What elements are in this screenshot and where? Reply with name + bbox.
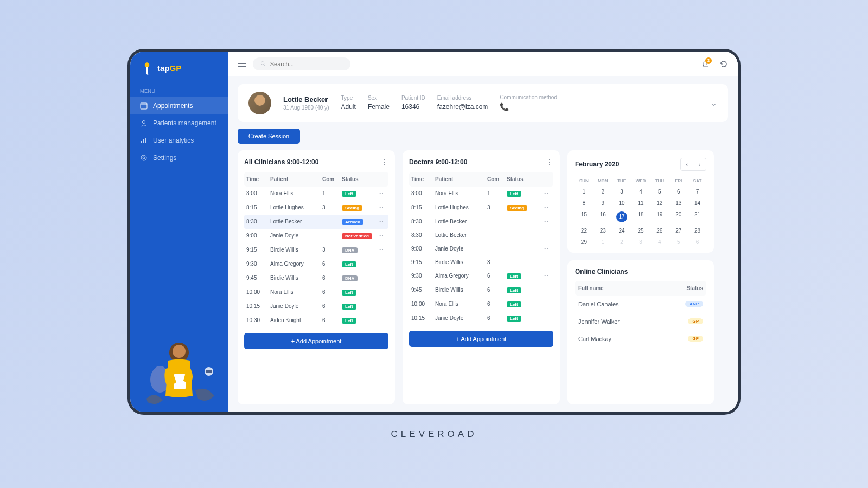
calendar-day[interactable]: 25 [632,226,650,236]
calendar-day[interactable]: 1 [575,187,593,197]
calendar-day[interactable]: 20 [669,209,687,224]
hamburger-icon[interactable] [238,61,246,67]
calendar-day[interactable]: 8 [575,198,593,208]
calendar-day[interactable]: 1 [594,237,612,247]
more-icon[interactable]: ⋮ [546,158,553,166]
calendar-day[interactable]: 26 [650,226,668,236]
calendar-day[interactable]: 17 [613,209,631,224]
table-row[interactable]: 9:30Alma Gregory6Left⋯ [409,269,553,283]
table-row[interactable]: 9:00Janie Doyle⋯ [409,242,553,255]
calendar-day[interactable]: 6 [669,187,687,197]
row-more-icon[interactable]: ⋯ [540,232,551,238]
row-more-icon[interactable]: ⋯ [375,261,386,267]
calendar-day[interactable]: 23 [594,226,612,236]
table-row[interactable]: 8:00Nora Ellis1Left⋯ [409,187,553,201]
calendar-day[interactable]: 28 [688,226,706,236]
table-row[interactable]: 10:00Nora Ellis6Left⋯ [244,285,388,299]
users-icon [140,119,148,127]
row-more-icon[interactable]: ⋯ [540,259,551,265]
table-row[interactable]: 10:15Janie Doyle6Left⋯ [244,299,388,313]
all-clinicians-panel: All Clinicians 9:00-12:00 ⋮ Time Patient… [238,150,395,404]
calendar-day[interactable]: 10 [613,198,631,208]
row-more-icon[interactable]: ⋯ [375,247,386,253]
calendar-day[interactable]: 21 [688,209,706,224]
clinician-row[interactable]: Jennifer WalkerGP [575,313,706,330]
calendar-day[interactable]: 12 [650,198,668,208]
row-more-icon[interactable]: ⋯ [540,287,551,293]
calendar-day[interactable]: 6 [688,237,706,247]
table-row[interactable]: 9:45Birdie Willis6Left⋯ [409,283,553,297]
add-appointment-button[interactable]: + Add Appointment [409,331,553,347]
calendar-day[interactable]: 16 [594,209,612,224]
row-more-icon[interactable]: ⋯ [375,204,386,210]
right-column: February 2020 ‹ › SUNMONTUEWEDTHUFRISAT1… [567,150,714,404]
row-more-icon[interactable]: ⋯ [540,301,551,307]
row-more-icon[interactable]: ⋯ [540,315,551,321]
table-row[interactable]: 8:30Lottie BeckerArrived⋯ [244,215,388,229]
table-row[interactable]: 9:15Birdie Willis3DNA⋯ [244,243,388,257]
calendar-day[interactable]: 29 [575,237,593,247]
search-field[interactable] [270,61,343,67]
table-row[interactable]: 9:30Alma Gregory6Left⋯ [244,257,388,271]
table-row[interactable]: 10:15Janie Doyle6Left⋯ [409,311,553,325]
table-row[interactable]: 8:30Lottie Becker⋯ [409,215,553,228]
table-row[interactable]: 9:45Birdie Willis6DNA⋯ [244,271,388,285]
refresh-icon[interactable] [719,60,728,68]
calendar-day[interactable]: 4 [650,237,668,247]
calendar-day[interactable]: 2 [613,237,631,247]
calendar-next-button[interactable]: › [693,158,706,171]
row-more-icon[interactable]: ⋯ [375,275,386,281]
table-row[interactable]: 10:00Nora Ellis6Left⋯ [409,297,553,311]
calendar-day[interactable]: 24 [613,226,631,236]
row-more-icon[interactable]: ⋯ [375,289,386,295]
more-icon[interactable]: ⋮ [381,158,388,166]
calendar-day[interactable]: 14 [688,198,706,208]
row-more-icon[interactable]: ⋯ [540,246,551,252]
calendar-day[interactable]: 5 [669,237,687,247]
table-row[interactable]: 8:15Lottie Hughes3Seeing⋯ [409,201,553,215]
row-more-icon[interactable]: ⋯ [375,219,386,224]
row-more-icon[interactable]: ⋯ [375,190,386,196]
row-more-icon[interactable]: ⋯ [540,190,551,196]
sidebar-item-analytics[interactable]: User analytics [130,132,228,149]
table-row[interactable]: 9:15Birdie Willis3⋯ [409,255,553,269]
calendar-day[interactable]: 22 [575,226,593,236]
sidebar-item-patients[interactable]: Patients management [130,114,228,132]
row-more-icon[interactable]: ⋯ [375,233,386,239]
create-session-button[interactable]: Create Session [238,129,300,144]
add-appointment-button[interactable]: + Add Appointment [244,333,388,349]
calendar-day[interactable]: 11 [632,198,650,208]
row-more-icon[interactable]: ⋯ [540,219,551,224]
calendar-day[interactable]: 4 [632,187,650,197]
row-more-icon[interactable]: ⋯ [540,204,551,210]
calendar-day[interactable]: 18 [632,209,650,224]
table-row[interactable]: 8:15Lottie Hughes3Seeing⋯ [244,201,388,215]
table-row[interactable]: 8:30Lottie Becker⋯ [409,228,553,242]
svg-rect-6 [145,138,146,143]
clinician-row[interactable]: Carl MackayGP [575,330,706,348]
table-row[interactable]: 8:00Nora Ellis1Left⋯ [244,187,388,201]
calendar-day[interactable]: 3 [632,237,650,247]
sidebar-item-settings[interactable]: Settings [130,149,228,166]
table-row[interactable]: 9:00Janie DoyleNot verified⋯ [244,229,388,243]
calendar-prev-button[interactable]: ‹ [680,158,693,171]
row-more-icon[interactable]: ⋯ [375,317,386,323]
calendar-day[interactable]: 9 [594,198,612,208]
calendar-day[interactable]: 7 [688,187,706,197]
calendar-day[interactable]: 5 [650,187,668,197]
search-icon [260,61,266,67]
row-more-icon[interactable]: ⋯ [540,273,551,279]
calendar-day[interactable]: 3 [613,187,631,197]
row-more-icon[interactable]: ⋯ [375,303,386,309]
calendar-day[interactable]: 13 [669,198,687,208]
notifications-button[interactable]: 3 [701,60,710,68]
table-row[interactable]: 10:30Aiden Knight6Left⋯ [244,313,388,328]
calendar-day[interactable]: 2 [594,187,612,197]
calendar-day[interactable]: 19 [650,209,668,224]
search-input[interactable] [253,57,350,70]
clinician-row[interactable]: Daniel CanalesANP [575,296,706,313]
sidebar-item-appointments[interactable]: Appointments [130,97,228,114]
calendar-day[interactable]: 27 [669,226,687,236]
chevron-down-icon[interactable]: ⌄ [710,98,717,108]
calendar-day[interactable]: 15 [575,209,593,224]
